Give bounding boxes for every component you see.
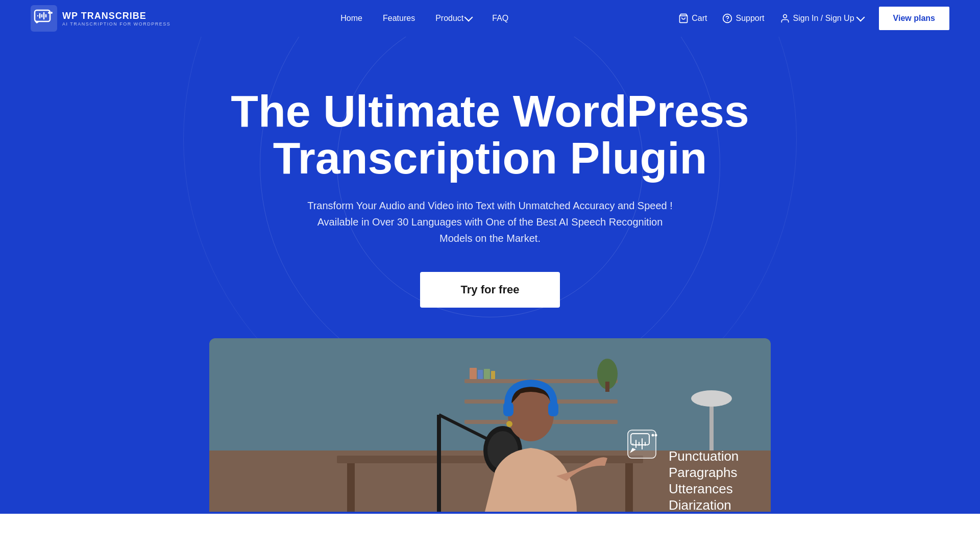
nav-faq-link[interactable]: FAQ bbox=[492, 14, 508, 22]
signin-link[interactable]: Sign In / Sign Up bbox=[780, 13, 864, 23]
support-link[interactable]: Support bbox=[722, 13, 764, 23]
hero-title: The Ultimate WordPress Transcription Plu… bbox=[209, 88, 771, 182]
svg-point-25 bbox=[691, 390, 732, 407]
nav-features-link[interactable]: Features bbox=[383, 14, 415, 22]
logo-icon bbox=[31, 5, 57, 32]
logo-subtitle: AI Transcription for WordPress bbox=[62, 21, 170, 27]
svg-point-37 bbox=[506, 421, 512, 427]
svg-text:Punctuation: Punctuation bbox=[669, 448, 739, 464]
nav-home[interactable]: Home bbox=[340, 14, 362, 23]
svg-rect-29 bbox=[625, 463, 633, 512]
hero-preview-image: Punctuation Paragraphs Utterances Diariz… bbox=[209, 338, 771, 512]
svg-point-8 bbox=[51, 12, 53, 14]
svg-point-45 bbox=[652, 434, 654, 436]
cart-link[interactable]: Cart bbox=[678, 13, 707, 23]
svg-text:Diarization: Diarization bbox=[669, 497, 731, 512]
signin-label: Sign In / Sign Up bbox=[793, 14, 854, 23]
nav-features[interactable]: Features bbox=[383, 14, 415, 23]
svg-rect-18 bbox=[470, 368, 477, 379]
hero-image-wrapper: Punctuation Paragraphs Utterances Diariz… bbox=[209, 338, 771, 514]
svg-rect-23 bbox=[605, 382, 609, 392]
chevron-down-icon bbox=[464, 13, 473, 22]
logo-text: WP TRANSCRIBE AI Transcription for WordP… bbox=[62, 11, 170, 27]
navbar: WP TRANSCRIBE AI Transcription for WordP… bbox=[0, 0, 980, 37]
svg-rect-35 bbox=[503, 402, 513, 416]
svg-rect-20 bbox=[484, 369, 490, 379]
svg-point-7 bbox=[48, 12, 50, 14]
svg-point-12 bbox=[783, 15, 787, 18]
cart-icon bbox=[678, 13, 689, 23]
cart-label: Cart bbox=[692, 14, 707, 23]
svg-rect-36 bbox=[548, 402, 558, 416]
support-label: Support bbox=[736, 14, 764, 23]
svg-rect-21 bbox=[491, 371, 495, 379]
signin-chevron-icon bbox=[856, 13, 865, 22]
hero-subtitle: Transform Your Audio and Video into Text… bbox=[306, 197, 674, 246]
nav-faq[interactable]: FAQ bbox=[492, 14, 508, 23]
view-plans-button[interactable]: View plans bbox=[879, 7, 949, 30]
nav-links: Home Features Product FAQ bbox=[340, 14, 508, 23]
nav-right: Cart Support Sign In / Sign Up View plan… bbox=[678, 7, 949, 30]
user-icon bbox=[780, 13, 790, 23]
logo-link[interactable]: WP TRANSCRIBE AI Transcription for WordP… bbox=[31, 5, 170, 32]
svg-rect-19 bbox=[478, 370, 483, 379]
nav-home-link[interactable]: Home bbox=[340, 14, 362, 22]
nav-product-link[interactable]: Product bbox=[435, 14, 472, 23]
logo-title: WP TRANSCRIBE bbox=[62, 11, 170, 21]
svg-text:Utterances: Utterances bbox=[669, 481, 733, 496]
hero-section: The Ultimate WordPress Transcription Plu… bbox=[0, 37, 980, 514]
try-free-button[interactable]: Try for free bbox=[420, 272, 560, 308]
svg-point-11 bbox=[727, 20, 728, 21]
svg-rect-28 bbox=[347, 463, 355, 512]
nav-product[interactable]: Product bbox=[435, 14, 472, 23]
support-icon bbox=[722, 13, 732, 23]
svg-text:Paragraphs: Paragraphs bbox=[669, 465, 737, 480]
svg-point-46 bbox=[655, 434, 657, 436]
